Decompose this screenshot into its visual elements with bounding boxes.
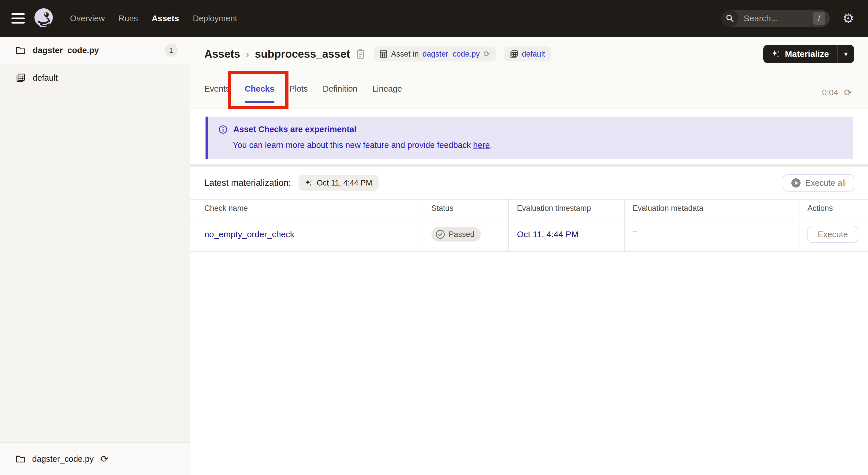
asset-group-icon [16,73,25,82]
materialize-button[interactable]: Materialize [763,45,837,63]
sidebar-item-count-badge: 1 [164,43,178,57]
table-row: no_empty_order_check Passed Oct 11, 4:44… [190,217,868,252]
refresh-icon[interactable]: ⟳ [100,453,108,464]
section-divider [190,164,868,167]
evaluation-timestamp-link[interactable]: Oct 11, 4:44 PM [517,230,579,239]
timer-value: 0:04 [822,88,838,97]
tag-prefix: Asset in [391,50,419,59]
banner-title: Asset Checks are experimental [234,125,356,134]
materialize-label: Materialize [785,49,829,59]
copy-icon[interactable] [356,49,365,59]
evaluation-metadata-value: – [632,226,637,236]
execute-button[interactable]: Execute [807,226,858,243]
tag-group-link[interactable]: default [522,50,545,59]
col-status: Status [423,200,508,217]
nav-item-assets[interactable]: Assets [152,14,179,23]
sidebar-item-label: dagster_code.py [33,46,99,55]
asset-group-tag: default [504,47,551,61]
nav-item-deployment[interactable]: Deployment [193,14,237,23]
banner-body-text: You can learn more about this new featur… [233,141,473,150]
banner-body-period: . [490,141,492,150]
play-circle-icon [791,178,801,188]
checks-table: Check name Status Evaluation timestamp E… [190,199,868,252]
folder-icon [16,46,25,54]
experimental-banner: Asset Checks are experimental You can le… [206,117,853,159]
sidebar-footer: dagster_code.py ⟳ [0,442,190,475]
check-name-link[interactable]: no_empty_order_check [205,230,294,239]
asset-header: Assets › subprocess_asset [190,37,868,109]
page-title: subprocess_asset [255,48,350,60]
check-circle-icon [435,230,445,239]
nav-item-overview[interactable]: Overview [70,14,105,23]
col-evaluation-timestamp: Evaluation timestamp [508,200,624,217]
refresh-icon[interactable]: ⟳ [844,87,852,98]
dagster-logo[interactable] [32,7,56,30]
asset-table-icon [379,50,388,58]
sparkles-icon [305,179,313,187]
refresh-icon[interactable]: ⟳ [484,50,490,59]
breadcrumb-separator: › [246,49,249,60]
search-shortcut-badge: / [813,12,825,25]
gear-icon[interactable]: ⚙ [842,12,854,25]
tab-checks[interactable]: Checks [245,84,274,103]
asset-location-tag: Asset in dagster_code.py ⟳ [374,47,496,61]
banner-feedback-link[interactable]: here [473,141,490,150]
col-evaluation-metadata: Evaluation metadata [624,200,799,217]
breadcrumb: Assets › subprocess_asset [205,47,551,61]
sidebar-item-dagster-code[interactable]: dagster_code.py 1 [0,37,190,64]
menu-icon[interactable] [11,13,25,24]
search-input[interactable]: Search... / [721,10,830,27]
search-icon [721,10,739,27]
breadcrumb-assets-link[interactable]: Assets [205,48,240,60]
refresh-timer: 0:04 ⟳ [822,87,852,98]
sparkles-icon [771,50,780,59]
status-label: Passed [448,230,474,239]
asset-tabs: Events Checks Plots Definition Lineage [205,84,402,109]
status-badge: Passed [431,227,481,241]
top-nav: Overview Runs Assets Deployment Search..… [0,0,868,37]
latest-materialization-value: Oct 11, 4:44 PM [317,179,372,187]
execute-label: Execute [818,230,848,239]
materialize-split-button: Materialize ▾ [763,45,854,63]
banner-body: You can learn more about this new featur… [233,141,843,150]
main-nav: Overview Runs Assets Deployment [70,14,237,23]
tab-definition[interactable]: Definition [322,84,358,103]
sidebar-item-default[interactable]: default [0,64,190,91]
sidebar-item-label: default [33,73,58,83]
nav-item-runs[interactable]: Runs [119,14,138,23]
col-actions: Actions [799,200,868,217]
execute-all-label: Execute all [805,178,846,188]
search-placeholder: Search... [744,13,813,23]
sidebar: dagster_code.py 1 default dagster_code.p… [0,37,190,475]
chevron-down-icon: ▾ [844,50,848,58]
tab-lineage[interactable]: Lineage [372,84,402,103]
folder-icon [16,455,25,463]
info-icon [218,125,228,134]
sidebar-footer-label: dagster_code.py [32,454,94,464]
materialize-dropdown-button[interactable]: ▾ [838,45,854,63]
execute-all-button[interactable]: Execute all [783,174,854,191]
tab-events[interactable]: Events [205,84,230,103]
table-header: Check name Status Evaluation timestamp E… [190,199,868,217]
tag-code-location-link[interactable]: dagster_code.py [423,50,480,59]
latest-materialization-pill[interactable]: Oct 11, 4:44 PM [299,175,379,191]
col-check-name: Check name [190,200,423,217]
asset-group-icon [510,50,518,58]
main-content: Assets › subprocess_asset [190,37,868,475]
latest-materialization-label: Latest materialization: [205,178,291,188]
checks-toolbar: Latest materialization: Oct 11, 4:44 PM … [190,167,868,199]
tab-plots[interactable]: Plots [289,84,308,103]
